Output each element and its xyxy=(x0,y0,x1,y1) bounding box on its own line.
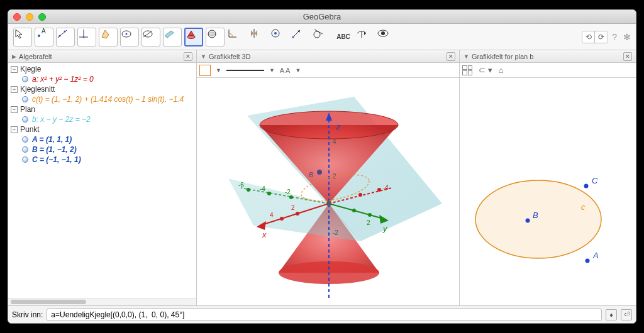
svg-point-51 xyxy=(267,192,271,195)
graphics3d-canvas[interactable]: z 4 2 -2 4 2 x -4 2 y xyxy=(197,78,459,305)
item-B[interactable]: B = (1, −1, 2) xyxy=(8,145,196,155)
svg-text:-4: -4 xyxy=(383,184,389,191)
home-icon[interactable]: ⌂ xyxy=(499,65,504,75)
svg-point-42 xyxy=(377,188,381,192)
color-swatch[interactable] xyxy=(199,65,211,76)
svg-point-7 xyxy=(83,36,85,38)
disclosure-icon: ▼ xyxy=(464,53,469,60)
content-area: ▶ Algebrafelt ✕ −Kjegle a: x² + y² − 1z²… xyxy=(8,50,636,305)
tool-text[interactable]: ABC xyxy=(334,28,353,46)
tool-polygon[interactable] xyxy=(99,28,118,46)
algebra-tree[interactable]: −Kjegle a: x² + y² − 1z² = 0 −Kjeglesnit… xyxy=(8,63,196,298)
graphics3d-panel: ▼ Grafikkfelt 3D ✕ ▼ ▼ A A▼ xyxy=(197,50,460,305)
tool-sphere[interactable] xyxy=(206,28,225,46)
tool-point[interactable]: A xyxy=(35,28,53,46)
item-A[interactable]: A = (1, 1, 1) xyxy=(8,134,196,145)
settings-gear-icon[interactable]: ✻ xyxy=(623,32,631,42)
svg-point-63 xyxy=(586,259,590,263)
dropdown-icon[interactable]: ▼ xyxy=(216,67,221,74)
plan-panel: ▼ Grafikkfelt for plan b ✕ ⊂ ▾ ⌂ c B A xyxy=(460,50,636,305)
close-panel-button[interactable]: ✕ xyxy=(184,52,192,61)
graphics3d-panel-header[interactable]: ▼ Grafikkfelt 3D ✕ xyxy=(197,50,459,63)
tool-line[interactable] xyxy=(56,28,75,46)
svg-text:4: 4 xyxy=(270,212,274,219)
grid-toggle-icon[interactable] xyxy=(462,65,472,75)
tool-cone[interactable] xyxy=(184,28,203,46)
svg-text:A: A xyxy=(592,251,599,260)
tool-perpendicular[interactable] xyxy=(77,28,96,46)
svg-text:-6: -6 xyxy=(238,182,244,188)
tool-show-hide[interactable] xyxy=(377,28,396,46)
tool-vector[interactable] xyxy=(291,28,310,46)
dropdown-icon[interactable]: ▼ xyxy=(295,67,301,74)
svg-text:-2: -2 xyxy=(285,188,291,195)
plan-canvas[interactable]: c B A C xyxy=(460,78,636,305)
svg-point-59 xyxy=(475,180,601,258)
category-punkt[interactable]: −Punkt xyxy=(8,124,196,134)
titlebar: GeoGebra xyxy=(8,10,636,24)
svg-text:-2: -2 xyxy=(333,229,338,236)
svg-point-0 xyxy=(38,35,40,37)
svg-point-56 xyxy=(317,170,322,175)
svg-point-55 xyxy=(326,201,331,206)
app-window: GeoGebra A ABC ⟲ ⟳ ? ✻ xyxy=(8,9,636,324)
item-b[interactable]: b: x − y − 2z = −2 xyxy=(8,114,196,124)
svg-text:C: C xyxy=(592,176,598,185)
tool-circle[interactable] xyxy=(120,28,139,46)
tool-locus[interactable] xyxy=(270,28,289,46)
tool-angle[interactable] xyxy=(227,28,246,46)
disclosure-icon: ▶ xyxy=(12,53,16,60)
svg-text:2: 2 xyxy=(367,219,370,226)
svg-text:B: B xyxy=(533,210,538,220)
algebra-panel: ▶ Algebrafelt ✕ −Kjegle a: x² + y² − 1z²… xyxy=(8,50,197,305)
category-kjegle[interactable]: −Kjegle xyxy=(8,64,196,74)
plan-panel-header[interactable]: ▼ Grafikkfelt for plan b ✕ xyxy=(460,50,636,63)
input-submit-button[interactable]: ⏎ xyxy=(621,309,632,320)
input-bar: Skriv inn: ♦ ⏎ xyxy=(8,305,636,323)
svg-point-61 xyxy=(526,219,530,223)
svg-point-38 xyxy=(280,217,284,221)
input-dropdown-button[interactable]: ♦ xyxy=(606,309,617,320)
svg-point-41 xyxy=(358,193,362,197)
graphics3d-style-toolbar: ▼ ▼ A A▼ xyxy=(197,63,459,78)
svg-text:c: c xyxy=(581,203,585,212)
dropdown-icon[interactable]: ▼ xyxy=(269,67,275,74)
tool-rotate-view[interactable] xyxy=(355,28,374,46)
command-input[interactable] xyxy=(47,308,602,321)
tool-plane[interactable] xyxy=(163,28,182,46)
svg-point-3 xyxy=(59,35,61,36)
tool-intersect-curve[interactable] xyxy=(142,28,160,46)
svg-point-9 xyxy=(126,33,128,35)
input-label: Skriv inn: xyxy=(12,310,43,319)
redo-button[interactable]: ⟳ xyxy=(595,31,608,43)
algebra-panel-header[interactable]: ▶ Algebrafelt ✕ xyxy=(8,50,196,63)
algebra-scrollbar[interactable] xyxy=(8,298,196,305)
close-panel-button[interactable]: ✕ xyxy=(447,52,455,61)
item-c[interactable]: c(t) = (1, −1, 2) + (1.414 cos(t) − 1 si… xyxy=(8,94,196,104)
algebra-panel-title: Algebrafelt xyxy=(19,53,52,60)
line-style-preview[interactable] xyxy=(226,70,264,71)
category-kjeglesnitt[interactable]: −Kjeglesnitt xyxy=(8,84,196,94)
category-plan[interactable]: −Plan xyxy=(8,104,196,114)
close-panel-button[interactable]: ✕ xyxy=(623,52,632,61)
undo-button[interactable]: ⟲ xyxy=(582,31,595,43)
undo-redo-group: ⟲ ⟳ xyxy=(582,31,608,43)
plan-style-toolbar: ⊂ ▾ ⌂ xyxy=(460,63,636,78)
svg-point-46 xyxy=(368,213,372,217)
tool-tangent[interactable] xyxy=(313,28,331,46)
magnet-icon[interactable]: ⊂ ▾ xyxy=(479,65,492,75)
item-C[interactable]: C = (−1, −1, 1) xyxy=(8,155,196,165)
font-style-option[interactable]: A A xyxy=(280,67,291,74)
svg-point-65 xyxy=(584,184,589,188)
item-a[interactable]: a: x² + y² − 1z² = 0 xyxy=(8,74,196,84)
svg-text:B: B xyxy=(309,171,313,178)
svg-point-53 xyxy=(247,188,250,192)
svg-point-49 xyxy=(289,195,293,199)
disclosure-icon: ▼ xyxy=(201,53,206,60)
svg-text:-4: -4 xyxy=(260,185,265,192)
help-button[interactable]: ? xyxy=(612,32,617,42)
tool-move[interactable] xyxy=(13,28,32,46)
tool-reflect[interactable] xyxy=(248,28,267,46)
main-toolbar: A ABC ⟲ ⟳ ? ✻ xyxy=(8,24,636,50)
plan-panel-title: Grafikkfelt for plan b xyxy=(472,53,533,60)
